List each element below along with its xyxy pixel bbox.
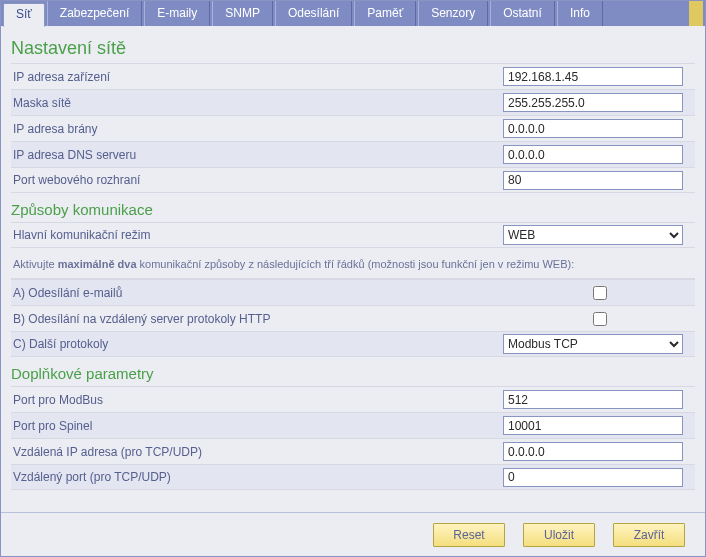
tab-sensors[interactable]: Senzory (418, 1, 488, 26)
input-remote-ip[interactable] (503, 442, 683, 461)
input-spinel-port[interactable] (503, 416, 683, 435)
label-netmask: Maska sítě (11, 96, 503, 110)
label-remote-ip: Vzdálená IP adresa (pro TCP/UDP) (11, 445, 503, 459)
input-modbus-port[interactable] (503, 390, 683, 409)
input-netmask[interactable] (503, 93, 683, 112)
tab-network[interactable]: Síť (3, 3, 45, 27)
tab-other[interactable]: Ostatní (490, 1, 555, 26)
input-dns-ip[interactable] (503, 145, 683, 164)
select-main-comm-mode[interactable]: WEB (503, 225, 683, 245)
input-device-ip[interactable] (503, 67, 683, 86)
input-web-port[interactable] (503, 171, 683, 190)
tab-content: Nastavení sítě IP adresa zařízení Maska … (1, 26, 705, 512)
section-title-communication: Způsoby komunikace (11, 201, 695, 218)
label-main-comm-mode: Hlavní komunikační režim (11, 228, 503, 242)
label-remote-port: Vzdálený port (pro TCP/UDP) (11, 470, 503, 484)
reset-button[interactable]: Reset (433, 523, 505, 547)
label-opt-b-http: B) Odesílání na vzdálený server protokol… (11, 312, 503, 326)
tab-sending[interactable]: Odesílání (275, 1, 352, 26)
label-spinel-port: Port pro Spinel (11, 419, 503, 433)
tab-security[interactable]: Zabezpečení (47, 1, 142, 26)
tab-info[interactable]: Info (557, 1, 603, 26)
label-device-ip: IP adresa zařízení (11, 70, 503, 84)
checkbox-opt-b-http[interactable] (593, 312, 607, 326)
label-modbus-port: Port pro ModBus (11, 393, 503, 407)
select-opt-c-protocol[interactable]: Modbus TCP (503, 334, 683, 354)
label-dns-ip: IP adresa DNS serveru (11, 148, 503, 162)
label-opt-c-other: C) Další protokoly (11, 337, 503, 351)
section-title-extra: Doplňkové parametry (11, 365, 695, 382)
section-title-network: Nastavení sítě (11, 38, 695, 59)
label-opt-a-emails: A) Odesílání e-mailů (11, 286, 503, 300)
label-web-port: Port webového rozhraní (11, 173, 503, 187)
footer-button-bar: Reset Uložit Zavřít (1, 512, 705, 556)
input-remote-port[interactable] (503, 468, 683, 487)
checkbox-opt-a-emails[interactable] (593, 286, 607, 300)
tab-bar: Síť Zabezpečení E-maily SNMP Odesílání P… (1, 1, 705, 26)
save-button[interactable]: Uložit (523, 523, 595, 547)
settings-window: Síť Zabezpečení E-maily SNMP Odesílání P… (0, 0, 706, 557)
input-gateway-ip[interactable] (503, 119, 683, 138)
tab-memory[interactable]: Paměť (354, 1, 416, 26)
comm-hint-text: Aktivujte maximálně dva komunikační způs… (11, 248, 695, 279)
tab-emails[interactable]: E-maily (144, 1, 210, 26)
close-button[interactable]: Zavřít (613, 523, 685, 547)
tabbar-decor (689, 1, 703, 26)
label-gateway-ip: IP adresa brány (11, 122, 503, 136)
tab-snmp[interactable]: SNMP (212, 1, 273, 26)
